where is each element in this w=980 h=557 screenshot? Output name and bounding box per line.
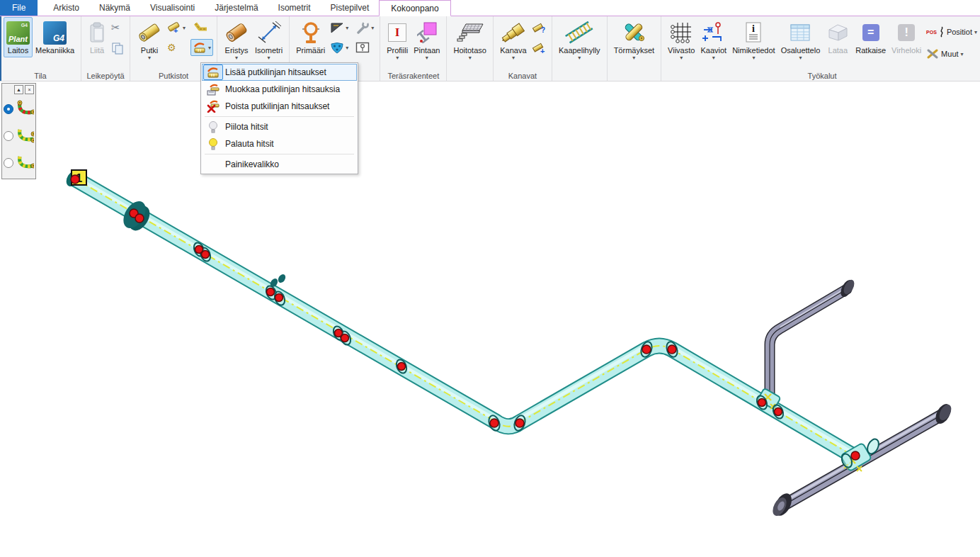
kaaviot-button[interactable]: Kaaviot	[697, 17, 729, 62]
tab-visualisointi[interactable]: Visualisointi	[140, 0, 205, 16]
group-leikepoyta: Liitä ✂ Leikepöytä	[81, 16, 130, 81]
tab-isometrit[interactable]: Isometrit	[268, 0, 321, 16]
group-kaapelihylly: Kaapelihylly	[552, 16, 608, 81]
group-kanavat: Kanava ? + Kanavat	[494, 16, 552, 81]
ribbon-tab-bar: File Arkisto Näkymä Visualisointi Järjes…	[0, 0, 980, 16]
3d-viewport[interactable]: 1	[0, 0, 980, 557]
support-bracket-button[interactable]: ▾	[328, 19, 351, 36]
menu-item-hide-welds[interactable]: Piilota hitsit	[202, 118, 357, 135]
profiili-button[interactable]: I Profiili	[384, 17, 411, 62]
hoitotaso-button[interactable]: Hoitotaso	[450, 17, 489, 62]
copy-icon	[111, 42, 124, 55]
radio-option-3[interactable]	[4, 158, 13, 168]
platform-icon	[456, 21, 484, 44]
ratkaise-button[interactable]: = Ratkaise	[853, 17, 889, 57]
duct-query-button[interactable]: ?	[530, 19, 548, 36]
virheloki-button[interactable]: ! Virheloki	[889, 17, 924, 57]
tab-nakyma[interactable]: Näkymä	[89, 0, 140, 16]
pipe-centerline	[76, 179, 855, 457]
viivasto-button[interactable]: Viivasto	[665, 17, 697, 62]
g4-icon: G4	[43, 21, 67, 45]
tab-file[interactable]: File	[0, 0, 38, 16]
weld-points[interactable]	[71, 175, 860, 460]
primary-support-icon	[300, 21, 321, 45]
gray-pipe-vertical[interactable]	[770, 278, 856, 402]
isometri-button[interactable]: Isometri	[252, 17, 285, 62]
support-shield-button[interactable]: ▾	[328, 39, 351, 56]
weld-icon	[193, 42, 207, 54]
svg-text:+: +	[540, 47, 545, 55]
primaari-button[interactable]: Primääri	[293, 17, 328, 57]
cyan-pipeline[interactable]	[74, 176, 855, 457]
weld-option-2[interactable]	[4, 123, 34, 150]
pipeline-welds-button[interactable]: ▾	[190, 39, 213, 56]
eristys-button[interactable]: Eristys	[221, 17, 252, 62]
panel-close-button[interactable]: ×	[25, 85, 34, 94]
tab-kokoonpano[interactable]: Kokoonpano	[379, 0, 450, 16]
ribbon: G4Plant Laitos G4 Mekaniikka Tila Liit	[0, 16, 980, 81]
pipe-add-button[interactable]: + ▾	[165, 19, 188, 36]
weld-add-icon	[206, 67, 220, 79]
menu-item-button-menu[interactable]: Painikevalikko	[202, 156, 357, 173]
radio-option-1[interactable]	[4, 104, 13, 114]
radio-option-2[interactable]	[4, 131, 13, 141]
group-tyokalut: Viivasto Kaaviot i	[661, 16, 980, 81]
weld-rings	[192, 241, 854, 468]
svg-text:+: +	[173, 26, 178, 34]
weld-option-3[interactable]	[4, 150, 34, 176]
pipe-icon	[137, 21, 162, 44]
menu-item-add-welds[interactable]: Lisää putkilinjan hitsaukset	[202, 64, 357, 81]
weld-option-1[interactable]	[4, 96, 34, 123]
menu-item-delete-welds[interactable]: Poista putkilinjan hitsaukset	[202, 98, 357, 115]
parts-list-icon	[790, 23, 811, 42]
duct-add-button[interactable]: +	[530, 40, 548, 57]
tab-arkisto[interactable]: Arkisto	[43, 0, 89, 16]
schematic-icon	[702, 21, 725, 44]
menu-item-restore-welds[interactable]: Palauta hitsit	[202, 135, 357, 152]
frame-symbol-icon	[355, 42, 370, 53]
tormaykset-button[interactable]: Törmäykset	[611, 17, 657, 62]
muut-button[interactable]: Muut▾	[924, 45, 979, 63]
tab-pistepilvet[interactable]: Pistepilvet	[321, 0, 380, 16]
duct-question-icon: ?	[532, 22, 546, 34]
group-label-tila: Tila	[0, 72, 81, 80]
weld-option-panel: ▲ ×	[1, 83, 36, 179]
cable-tray-icon	[564, 21, 595, 44]
isometric-dimension-icon	[257, 21, 281, 44]
menu-separator	[205, 154, 354, 154]
group-label-leikepoyta: Leikepöytä	[81, 72, 130, 80]
elbow-option-1-icon	[15, 100, 34, 118]
support-tools-button[interactable]: ▾	[353, 19, 376, 36]
osaluettelo-button[interactable]: Osaluettelo	[778, 17, 824, 62]
pipe-gears-button[interactable]: ⚙	[165, 39, 188, 56]
positions-icon: POS	[926, 30, 937, 35]
menu-item-edit-welds[interactable]: Muokkaa putkilinjan hitsauksia	[202, 81, 357, 98]
group-label-tyokalut: Työkalut	[661, 72, 980, 80]
nimiketiedot-button[interactable]: i Nimiketiedot	[729, 17, 778, 62]
positions-glyph-icon	[939, 26, 945, 38]
lataa-button[interactable]: Lataa	[823, 17, 853, 57]
support-frame-button[interactable]	[353, 39, 376, 56]
group-terasrakenteet: I Profiili Pintaan Teräsrakenteet	[380, 16, 447, 81]
weld-delete-icon	[206, 100, 220, 113]
kaapelihylly-button[interactable]: Kaapelihylly	[556, 17, 603, 62]
paste-button[interactable]: Liitä	[85, 17, 109, 57]
group-tila: G4Plant Laitos G4 Mekaniikka Tila	[0, 16, 81, 81]
application-window: 1	[0, 0, 980, 557]
elbow-option-3-icon	[15, 154, 34, 172]
putki-button[interactable]: Putki	[134, 17, 165, 62]
pipe-elbow-button[interactable]	[190, 19, 213, 36]
panel-collapse-button[interactable]: ▲	[14, 85, 23, 94]
pintaan-button[interactable]: Pintaan	[411, 17, 443, 62]
mekaniikka-button[interactable]: G4 Mekaniikka	[33, 17, 77, 57]
cut-button[interactable]: ✂	[109, 19, 126, 36]
tab-jarjestelma[interactable]: Järjestelmä	[205, 0, 268, 16]
laitos-button[interactable]: G4Plant Laitos	[4, 17, 33, 57]
insulated-pipe-icon	[224, 21, 249, 44]
kanava-button[interactable]: Kanava	[497, 17, 530, 62]
error-log-icon: !	[898, 24, 915, 41]
scissors-icon: ✂	[111, 21, 120, 34]
copy-button[interactable]	[109, 40, 126, 57]
positiot-button[interactable]: POS Positiot▾	[924, 23, 979, 41]
bulb-off-icon	[207, 120, 219, 134]
